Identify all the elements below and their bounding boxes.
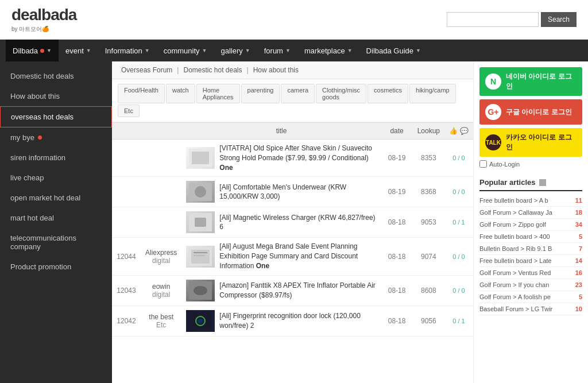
category-tabs: Food/Health watch HomeAppliances parenti… [112,79,473,122]
nav-bar: Dilbada ▼ event ▼ Information ▼ communit… [0,40,588,61]
popular-item[interactable]: Golf Forum > If you chan 23 [479,279,582,291]
post-date: 08-18 [381,275,413,305]
post-react: 0 / 0 [444,238,473,275]
logo-sub: by 마트모어🍊 [11,25,76,33]
search-input[interactable] [447,12,539,27]
post-title-cell[interactable]: [Amazon] Fanttik X8 APEX Tire Inflator P… [181,275,381,305]
google-login-button[interactable]: G+ 구글 아이디로 로그인 [479,99,582,125]
post-lookup: 9074 [413,238,444,275]
post-react: 0 / 0 [444,140,473,177]
post-title-cell[interactable]: [Ali] August Mega Brand Sale Event Plann… [181,238,381,275]
cat-tab-watch[interactable]: watch [166,84,195,103]
popular-item[interactable]: Baseball Forum > LG Twir 10 [479,303,582,315]
post-lookup: 8608 [413,275,444,305]
post-user [141,177,181,207]
cat-tab-etc[interactable]: Etc [118,105,140,117]
post-date: 08-19 [381,140,413,177]
nav-item-marketplace[interactable]: marketplace ▼ [297,40,359,61]
post-table: title date Lookup 👍 💬 [112,122,473,336]
nav-item-forum[interactable]: forum ▼ [257,40,297,61]
post-lookup: 8353 [413,140,444,177]
post-date: 08-18 [381,305,413,336]
post-title-cell[interactable]: [Ali] Magnetic Wireless Charger (KRW 46,… [181,207,381,238]
sidebar: Domestic hot deals How about this overse… [0,61,112,383]
breadcrumb-how-about-this[interactable]: How about this [253,66,299,74]
popular-item[interactable]: Bulletin Board > Rib 9.1 B 7 [479,243,582,255]
cat-tab-cosmetics[interactable]: cosmetics [368,84,408,103]
post-lookup: 8368 [413,177,444,207]
cat-tab-hiking[interactable]: hiking/camp [409,84,456,103]
logo: dealbada [11,6,76,24]
post-num [112,207,141,238]
popular-item[interactable]: Golf Forum > Callaway Ja 18 [479,207,582,219]
nav-dot [40,49,44,53]
post-user: Aliexpress digital [141,238,181,275]
svg-point-3 [195,186,206,198]
sidebar-item-my-bye[interactable]: my bye [0,127,112,148]
post-user [141,207,181,238]
auto-login-checkbox[interactable] [479,160,487,168]
table-row: [VITATRA] Old Spice After Shave Skin / S… [112,140,473,177]
post-user: eowin digital [141,275,181,305]
svg-point-14 [198,319,203,323]
post-lookup: 9053 [413,207,444,238]
nav-item-community[interactable]: community ▼ [157,40,214,61]
post-react: 0 / 1 [444,207,473,238]
post-num: 12043 [112,275,141,305]
nav-item-dilbada-guide[interactable]: Dilbada Guide ▼ [359,40,428,61]
main-layout: Domestic hot deals How about this overse… [0,61,588,383]
post-title-cell[interactable]: [VITATRA] Old Spice After Shave Skin / S… [181,140,381,177]
post-react: 0 / 0 [444,177,473,207]
post-thumbnail [186,147,215,169]
sidebar-item-open-market-hot-deal[interactable]: open market hot deal [0,188,112,208]
search-area: Search [447,12,577,27]
nav-item-dilbada[interactable]: Dilbada ▼ [6,40,59,61]
popular-item[interactable]: Golf Forum > Ventus Red 16 [479,267,582,279]
cat-tab-food-health[interactable]: Food/Health [118,84,165,103]
popular-item[interactable]: Free bulletin board > 400 5 [479,231,582,243]
naver-login-button[interactable]: N 네이버 아이디로 로그인 [479,67,582,96]
cat-tab-camera[interactable]: camera [281,84,315,103]
table-row: 12043 eowin digital [Amazon] Fanttik X8 … [112,275,473,305]
cat-tab-parenting[interactable]: parenting [241,84,280,103]
post-lookup: 9056 [413,305,444,336]
post-user [141,140,181,177]
cat-tab-clothing[interactable]: Clothing/miscgoods [316,84,366,103]
nav-item-gallery[interactable]: gallery ▼ [214,40,257,61]
sidebar-item-product-promotion[interactable]: Product promotion [0,257,112,277]
auto-login-area: Auto-Login [479,160,582,168]
post-thumbnail [186,246,215,268]
sidebar-item-telecommunications-company[interactable]: telecommunications company [0,228,112,257]
kakao-icon: TALK [485,134,501,150]
post-title-cell[interactable]: [Ali] Fingerprint recognition door lock … [181,305,381,336]
post-date: 08-18 [381,207,413,238]
sidebar-item-mart-hot-deal[interactable]: mart hot deal [0,208,112,228]
sidebar-item-how-about-this[interactable]: How about this [0,86,112,106]
naver-icon: N [485,73,501,90]
popular-item[interactable]: Golf Forum > Zippo golf 34 [479,219,582,231]
svg-rect-8 [194,252,207,253]
svg-rect-9 [194,255,205,256]
kakao-login-button[interactable]: TALK 카카오 아이디로 로그인 [479,128,582,157]
nav-item-event[interactable]: event ▼ [59,40,98,61]
popular-item[interactable]: Golf Forum > A foolish pe 5 [479,291,582,303]
popular-item[interactable]: Free bulletin board > Late 14 [479,255,582,267]
post-react: 0 / 1 [444,305,473,336]
popular-item[interactable]: Free bulletin board > A b 11 [479,195,582,207]
google-icon: G+ [485,104,501,120]
breadcrumb-domestic-hot-deals[interactable]: Domestic hot deals [183,66,242,74]
breadcrumb-overseas-forum[interactable]: Overseas Forum [121,66,172,74]
post-title-cell[interactable]: [Ali] Comfortable Men's Underwear (KRW 1… [181,177,381,207]
table-row: 12042 the best Etc [Ali] Fingerprint rec… [112,305,473,336]
sidebar-dot-my-bye [38,136,42,140]
sidebar-item-siren-information[interactable]: siren information [0,148,112,168]
svg-point-11 [194,286,207,295]
cat-tab-home-appliances[interactable]: HomeAppliances [196,84,240,103]
nav-item-information[interactable]: Information ▼ [98,40,157,61]
sidebar-item-overseas-hot-deals[interactable]: overseas hot deals [0,106,112,127]
search-button[interactable]: Search [541,12,577,27]
post-thumbnail [186,280,215,301]
sidebar-item-live-cheap[interactable]: live cheap [0,168,112,188]
post-num [112,140,141,177]
sidebar-item-domestic-hot-deals[interactable]: Domestic hot deals [0,66,112,86]
